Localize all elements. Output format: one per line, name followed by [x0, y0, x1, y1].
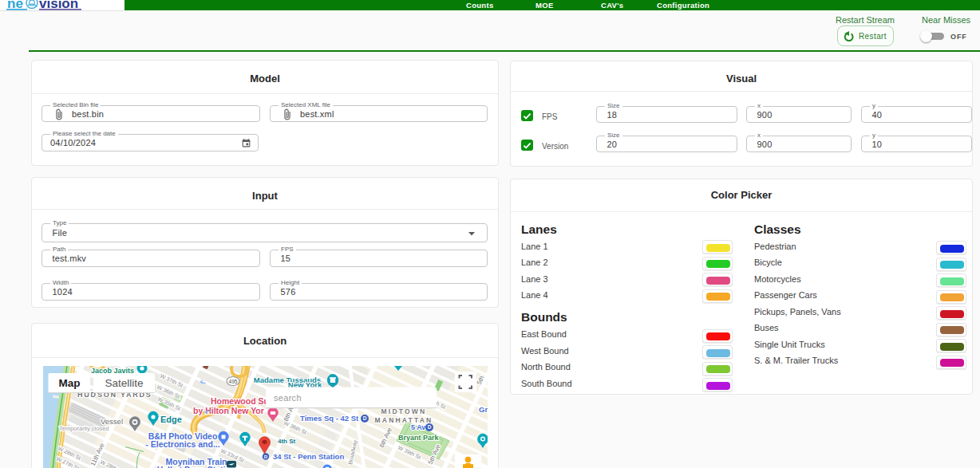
svg-text:- Electronics and...: - Electronics and...	[145, 439, 219, 449]
svg-text:Hall at Penn Station: Hall at Penn Station	[157, 465, 236, 468]
svg-text:Homewood Su: Homewood Su	[211, 396, 269, 406]
svg-text:Edge: Edge	[160, 415, 182, 424]
svg-text:5 Av: 5 Av	[411, 423, 425, 431]
svg-text:495: 495	[229, 379, 238, 384]
svg-text:34 St - Penn Station: 34 St - Penn Station	[273, 452, 344, 461]
svg-text:Bryant Park: Bryant Park	[398, 434, 440, 442]
svg-text:Satellite: Satellite	[105, 377, 143, 389]
svg-text:4th St: 4th St	[278, 438, 296, 445]
svg-text:Temporarily closed: Temporarily closed	[59, 425, 109, 432]
svg-text:Gre: Gre	[479, 405, 488, 414]
svg-text:MIDTOWN: MIDTOWN	[381, 407, 427, 415]
svg-text:D: D	[363, 415, 367, 421]
svg-text:D: D	[428, 424, 432, 430]
svg-text:by Hilton New Yor: by Hilton New Yor	[193, 406, 264, 415]
svg-text:Map: Map	[59, 377, 81, 389]
svg-text:search: search	[274, 393, 302, 403]
svg-text:Times Sq - 42 St: Times Sq - 42 St	[300, 414, 359, 423]
svg-text:D: D	[264, 454, 268, 459]
